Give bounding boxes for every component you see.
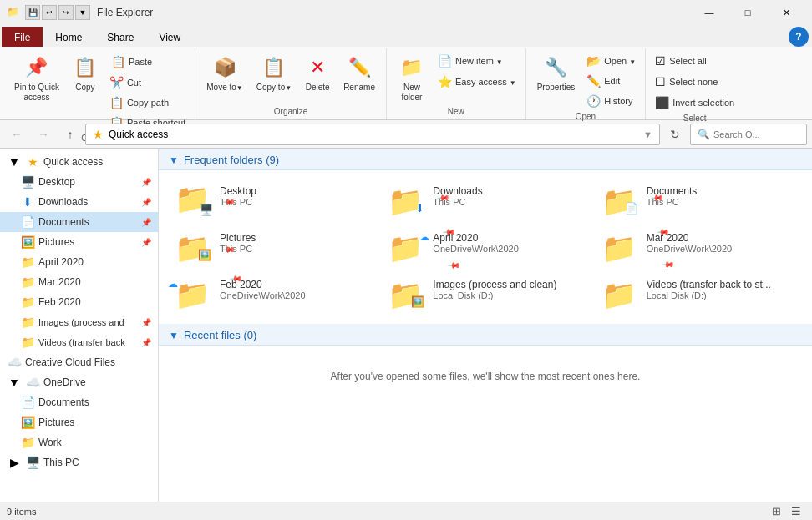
sidebar-item-onedrive-header[interactable]: ▼ ☁️ OneDrive bbox=[0, 372, 158, 392]
folder-item-pictures[interactable]: 📁 🖼️ Pictures This PC 📌 bbox=[165, 224, 378, 270]
quick-drop-btn[interactable]: ▼ bbox=[75, 5, 90, 20]
downloads-badge-icon: ⬇ bbox=[415, 202, 424, 215]
tab-view[interactable]: View bbox=[146, 27, 193, 47]
copy-path-icon: 📋 bbox=[109, 96, 124, 109]
nav-path[interactable]: ★ Quick access ▼ bbox=[85, 124, 660, 145]
properties-label: Properties bbox=[537, 83, 576, 93]
copy-button[interactable]: 📋 Copy bbox=[67, 52, 104, 95]
ribbon: 📌 Pin to Quick access 📋 Copy 📋 Paste ✂️ … bbox=[0, 47, 812, 120]
up-button[interactable]: ↑ bbox=[58, 123, 82, 146]
folder-item-feb2020[interactable]: ☁ 📁 Feb 2020 OneDrive\Work\2020 📌 bbox=[165, 270, 378, 317]
move-to-button[interactable]: 📦 Move to▼ bbox=[200, 52, 249, 95]
sidebar-item-images[interactable]: 📁 Images (process and 📌 bbox=[0, 312, 158, 332]
rename-button[interactable]: ✏️ Rename bbox=[337, 52, 381, 95]
folder-item-downloads[interactable]: 📁 ⬇ Downloads This PC 📌 bbox=[378, 177, 591, 224]
recent-files-empty: After you've opened some files, we'll sh… bbox=[159, 346, 812, 407]
folder-item-mar2020[interactable]: 📁 Mar 2020 OneDrive\Work\2020 📌 bbox=[592, 224, 805, 270]
sidebar-item-mar2020[interactable]: 📁 Mar 2020 bbox=[0, 272, 158, 292]
new-item-icon: 📄 bbox=[438, 54, 452, 68]
videos-icon: 📁 bbox=[20, 336, 35, 349]
recent-files-chevron[interactable]: ▼ bbox=[169, 330, 179, 341]
select-all-button[interactable]: ☑ Select all bbox=[651, 52, 738, 70]
back-button[interactable]: ← bbox=[5, 123, 28, 146]
folder-item-april2020[interactable]: 📁 ☁ April 2020 OneDrive\Work\2020 📌 bbox=[378, 224, 591, 270]
path-dropdown-icon[interactable]: ▼ bbox=[643, 129, 652, 139]
pictures-icon: 🖼️ bbox=[20, 235, 35, 249]
forward-button[interactable]: → bbox=[32, 123, 55, 146]
new-item-label: New item ▼ bbox=[455, 56, 503, 66]
open-button[interactable]: 📂 Open ▼ bbox=[582, 52, 640, 70]
sidebar-item-videos[interactable]: 📁 Videos (transfer back 📌 bbox=[0, 332, 158, 352]
select-none-button[interactable]: ☐ Select none bbox=[651, 73, 738, 91]
sidebar-item-onedrive-documents[interactable]: 📄 Documents bbox=[0, 392, 158, 412]
folder-item-videos[interactable]: 📁 Videos (transfer back to st... Local D… bbox=[592, 270, 805, 317]
sidebar-item-onedrive-pictures[interactable]: 🖼️ Pictures bbox=[0, 412, 158, 432]
sidebar-item-pictures[interactable]: 🖼️ Pictures 📌 bbox=[0, 232, 158, 252]
delete-button[interactable]: ✕ Delete bbox=[299, 52, 336, 95]
new-folder-icon: 📁 bbox=[400, 54, 423, 81]
quick-save-btn[interactable]: 💾 bbox=[25, 5, 40, 20]
rename-icon: ✏️ bbox=[348, 54, 371, 81]
feb2020-folder-info: Feb 2020 OneDrive\Work\2020 📌 bbox=[220, 279, 306, 310]
desktop-folder-name: Desktop bbox=[220, 185, 256, 197]
organize-group: 📦 Move to▼ 📋 Copy to▼ ✕ Delete ✏️ Rename… bbox=[195, 48, 387, 119]
copy-path-button[interactable]: 📋 Copy path bbox=[105, 93, 190, 112]
quick-redo-btn[interactable]: ↪ bbox=[58, 5, 74, 20]
sidebar-item-downloads[interactable]: ⬇ Downloads 📌 bbox=[0, 192, 158, 212]
easy-access-button[interactable]: ⭐ Easy access ▼ bbox=[434, 73, 520, 91]
documents-pin-icon: 📌 bbox=[141, 218, 151, 227]
properties-icon: 🔧 bbox=[545, 54, 567, 81]
sidebar-item-april2020[interactable]: 📁 April 2020 bbox=[0, 252, 158, 272]
paste-button[interactable]: 📋 Paste bbox=[105, 52, 190, 72]
clipboard-small-btns: 📋 Paste ✂️ Cut 📋 Copy path 📋 Paste short… bbox=[105, 52, 190, 132]
od-work-icon: 📁 bbox=[20, 436, 35, 449]
copy-to-button[interactable]: 📋 Copy to▼ bbox=[251, 52, 297, 95]
search-input[interactable] bbox=[713, 129, 797, 139]
new-folder-button[interactable]: 📁 New folder bbox=[392, 52, 432, 105]
recent-files-empty-text: After you've opened some files, we'll sh… bbox=[169, 346, 802, 407]
minimize-button[interactable]: — bbox=[690, 0, 728, 25]
open-group: 🔧 Properties 📂 Open ▼ ✏️ Edit 🕐 History … bbox=[526, 48, 646, 119]
edit-button[interactable]: ✏️ Edit bbox=[582, 72, 640, 90]
od-documents-icon: 📄 bbox=[20, 396, 35, 409]
refresh-button[interactable]: ↻ bbox=[663, 123, 687, 146]
pictures-folder-icon: 📁 🖼️ bbox=[175, 231, 211, 263]
sidebar-item-desktop[interactable]: 🖥️ Desktop 📌 bbox=[0, 172, 158, 192]
feb2020-icon: 📁 bbox=[20, 295, 35, 309]
new-item-button[interactable]: 📄 New item ▼ bbox=[434, 52, 520, 70]
cut-icon: ✂️ bbox=[109, 76, 124, 89]
frequent-folders-header: ▼ Frequent folders (9) bbox=[159, 149, 812, 170]
invert-selection-button[interactable]: ⬛ Invert selection bbox=[651, 93, 738, 112]
search-box[interactable]: 🔍 bbox=[690, 124, 807, 145]
sidebar-item-thispc-header[interactable]: ▶ 🖥️ This PC bbox=[0, 452, 158, 472]
onedrive-collapse-icon: ▼ bbox=[7, 376, 22, 389]
sidebar-item-documents[interactable]: 📄 Documents 📌 bbox=[0, 212, 158, 232]
path-text: Quick access bbox=[109, 129, 168, 140]
sidebar-quickaccess-header[interactable]: ▼ ★ Quick access bbox=[0, 152, 158, 172]
properties-button[interactable]: 🔧 Properties bbox=[531, 52, 581, 95]
sidebar-item-creative-cloud[interactable]: ☁️ Creative Cloud Files bbox=[0, 352, 158, 372]
folder-item-documents[interactable]: 📁 📄 Documents This PC 📌 bbox=[592, 177, 805, 224]
pin-to-quick-access-button[interactable]: 📌 Pin to Quick access bbox=[8, 52, 65, 105]
sidebar-item-onedrive-work[interactable]: 📁 Work bbox=[0, 432, 158, 452]
folder-item-desktop[interactable]: 📁 🖥️ Desktop This PC 📌 bbox=[165, 177, 378, 224]
cut-button[interactable]: ✂️ Cut bbox=[105, 73, 190, 92]
desktop-icon: 🖥️ bbox=[20, 175, 35, 189]
quick-undo-btn[interactable]: ↩ bbox=[42, 5, 57, 20]
frequent-folders-chevron[interactable]: ▼ bbox=[169, 154, 179, 166]
help-button[interactable]: ? bbox=[789, 27, 809, 47]
select-content: ☑ Select all ☐ Select none ⬛ Invert sele… bbox=[651, 50, 738, 112]
mar2020-folder-info: Mar 2020 OneDrive\Work\2020 📌 bbox=[647, 232, 733, 263]
close-button[interactable]: ✕ bbox=[767, 0, 805, 25]
sidebar-item-feb2020[interactable]: 📁 Feb 2020 bbox=[0, 292, 158, 312]
folder-item-images[interactable]: 📁 🖼️ Images (process and clean) Local Di… bbox=[378, 270, 591, 317]
maximize-button[interactable]: □ bbox=[728, 0, 767, 25]
quickaccess-collapse-icon: ▼ bbox=[7, 155, 22, 169]
select-all-icon: ☑ bbox=[655, 54, 666, 68]
tab-share[interactable]: Share bbox=[94, 27, 146, 47]
tab-file[interactable]: File bbox=[2, 27, 43, 47]
history-button[interactable]: 🕐 History bbox=[582, 92, 640, 110]
list-view-button[interactable]: ☰ bbox=[787, 504, 805, 519]
grid-view-button[interactable]: ⊞ bbox=[767, 504, 785, 519]
tab-home[interactable]: Home bbox=[43, 27, 94, 47]
